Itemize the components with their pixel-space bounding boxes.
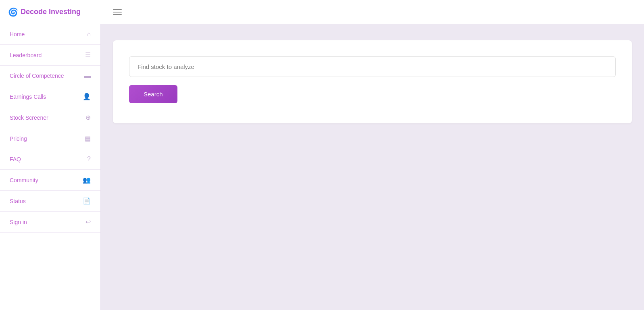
sidebar-icon-pricing: ▤ — [85, 135, 91, 142]
hamburger-area[interactable] — [109, 9, 122, 15]
sidebar-label-home: Home — [10, 31, 25, 37]
sidebar-label-stock-screener: Stock Screener — [10, 114, 48, 121]
sidebar-icon-status: 📄 — [83, 197, 91, 205]
sidebar-label-leaderboard: Leaderboard — [10, 52, 42, 58]
sidebar-icon-sign-in: ↩ — [85, 218, 91, 226]
sidebar-icon-home: ⌂ — [87, 31, 91, 38]
sidebar-item-leaderboard[interactable]: Leaderboard☰ — [0, 45, 100, 66]
sidebar-item-faq[interactable]: FAQ? — [0, 149, 100, 170]
header: 🌀 Decode Investing — [0, 0, 644, 24]
sidebar-item-status[interactable]: Status📄 — [0, 191, 100, 212]
sidebar-icon-faq: ? — [87, 156, 91, 163]
sidebar-item-pricing[interactable]: Pricing▤ — [0, 128, 100, 149]
sidebar-item-earnings-calls[interactable]: Earnings Calls👤 — [0, 86, 100, 107]
sidebar-icon-circle-of-competence: ▬ — [84, 72, 91, 79]
sidebar-label-faq: FAQ — [10, 156, 21, 162]
sidebar-icon-stock-screener: ⊕ — [85, 114, 91, 121]
search-button[interactable]: Search — [129, 85, 177, 103]
layout: Home⌂Leaderboard☰Circle of Competence▬Ea… — [0, 24, 644, 310]
main-content: Search — [101, 24, 644, 310]
sidebar-label-circle-of-competence: Circle of Competence — [10, 73, 64, 79]
content-area: Search — [101, 24, 644, 310]
sidebar-item-community[interactable]: Community👥 — [0, 170, 100, 191]
hamburger-icon[interactable] — [113, 9, 122, 15]
sidebar-label-pricing: Pricing — [10, 135, 27, 142]
sidebar-label-community: Community — [10, 177, 38, 183]
sidebar-label-status: Status — [10, 198, 26, 204]
sidebar-icon-earnings-calls: 👤 — [83, 93, 91, 100]
sidebar-item-circle-of-competence[interactable]: Circle of Competence▬ — [0, 66, 100, 86]
sidebar-item-stock-screener[interactable]: Stock Screener⊕ — [0, 107, 100, 128]
logo-icon: 🌀 — [8, 7, 18, 17]
search-card: Search — [113, 40, 632, 123]
sidebar: Home⌂Leaderboard☰Circle of Competence▬Ea… — [0, 24, 101, 310]
sidebar-label-sign-in: Sign in — [10, 219, 27, 225]
sidebar-label-earnings-calls: Earnings Calls — [10, 94, 46, 100]
logo-area: 🌀 Decode Investing — [8, 7, 109, 17]
search-input[interactable] — [129, 56, 616, 77]
sidebar-item-sign-in[interactable]: Sign in↩ — [0, 212, 100, 233]
logo[interactable]: 🌀 Decode Investing — [8, 7, 81, 17]
sidebar-icon-leaderboard: ☰ — [85, 51, 91, 59]
logo-text: Decode Investing — [21, 8, 81, 16]
sidebar-item-home[interactable]: Home⌂ — [0, 24, 100, 45]
sidebar-icon-community: 👥 — [83, 176, 91, 184]
